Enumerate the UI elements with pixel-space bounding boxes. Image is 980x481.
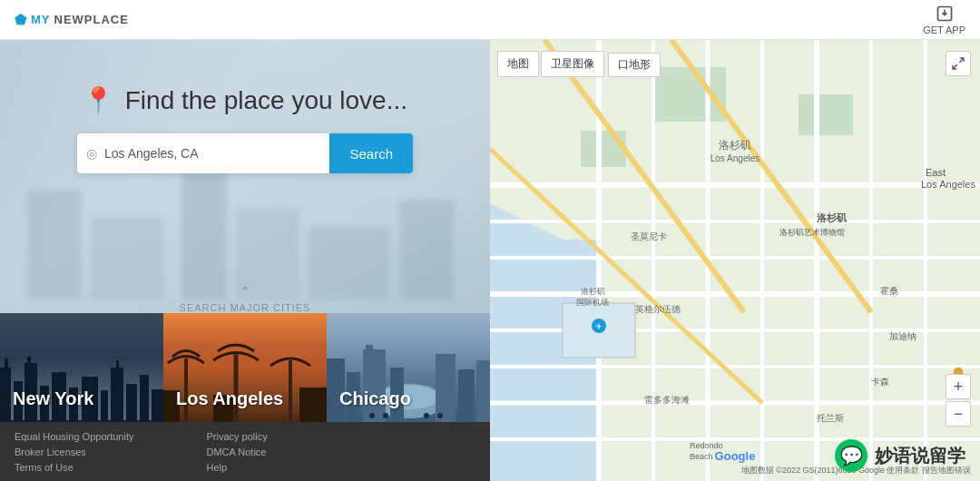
- search-major-label: SEARCH MAJOR CITIES: [180, 302, 311, 313]
- map-panel: 洛杉矶 Los Angeles 圣莫尼卡 洛杉矶 国际机场 英格尔伍德 洛杉矶 …: [490, 40, 980, 481]
- logo-pin-icon: ⬟: [15, 12, 27, 28]
- footer-link-terms[interactable]: Terms of Use: [15, 462, 133, 473]
- svg-rect-15: [140, 375, 149, 422]
- map-fullscreen-button[interactable]: [946, 51, 971, 76]
- search-bar: ◎ Search: [77, 133, 413, 173]
- svg-rect-11: [101, 390, 108, 422]
- svg-text:✈: ✈: [595, 322, 603, 331]
- svg-rect-31: [436, 354, 456, 422]
- svg-text:英格尔伍德: 英格尔伍德: [635, 304, 681, 314]
- svg-text:圣莫尼卡: 圣莫尼卡: [631, 231, 667, 241]
- svg-text:霍桑: 霍桑: [880, 286, 898, 296]
- wechat-channel-name: 妙语说留学: [875, 444, 965, 468]
- building-decoration: [181, 172, 227, 299]
- get-app-label: GET APP: [923, 25, 965, 35]
- map-controls-top: 地图 卫星图像 口地形: [497, 51, 661, 77]
- svg-rect-6: [27, 357, 31, 366]
- svg-rect-2: [0, 368, 11, 422]
- logo-text-newplace: NEWPLACE: [54, 13, 129, 26]
- map-zoom-controls: + −: [946, 374, 971, 427]
- city-card-losangeles[interactable]: Los Angeles: [163, 313, 327, 422]
- footer-link-dmca[interactable]: DMCA Notice: [206, 447, 267, 457]
- zoom-in-button[interactable]: +: [946, 374, 971, 399]
- city-losangeles-label: Los Angeles: [176, 388, 283, 409]
- city-card-newyork[interactable]: New York: [0, 313, 163, 422]
- footer-link-help[interactable]: Help: [206, 462, 267, 473]
- svg-text:加迪纳: 加迪纳: [889, 331, 916, 341]
- footer-link-privacy[interactable]: Privacy policy: [206, 431, 267, 442]
- search-major-cities-section: ⌃ SEARCH MAJOR CITIES: [0, 284, 490, 313]
- chevron-up-icon: ⌃: [240, 284, 250, 299]
- city-newyork-label: New York: [13, 388, 93, 409]
- svg-point-36: [424, 413, 429, 418]
- header: ⬟ MYNEWPLACE GET APP: [0, 0, 980, 40]
- search-input[interactable]: [104, 146, 320, 161]
- wechat-icon: 💬: [835, 439, 867, 472]
- svg-rect-42: [799, 94, 853, 135]
- svg-point-37: [437, 413, 443, 418]
- svg-rect-28: [363, 349, 386, 422]
- svg-text:Los Angeles: Los Angeles: [921, 179, 975, 190]
- footer: Equal Housing Opportunity Broker License…: [0, 422, 490, 481]
- building-decoration: [27, 191, 82, 299]
- map-svg: 洛杉矶 Los Angeles 圣莫尼卡 洛杉矶 国际机场 英格尔伍德 洛杉矶 …: [490, 40, 980, 481]
- search-button[interactable]: Search: [329, 133, 413, 173]
- search-location-icon: ◎: [86, 146, 97, 161]
- zoom-out-button[interactable]: −: [946, 401, 971, 427]
- location-pin-icon: 📍: [83, 86, 114, 114]
- city-card-chicago[interactable]: Chicago: [327, 313, 490, 422]
- svg-text:East: East: [926, 167, 946, 178]
- footer-col-1: Equal Housing Opportunity Broker License…: [15, 431, 133, 473]
- svg-text:Los Angeles: Los Angeles: [710, 153, 760, 163]
- svg-rect-13: [116, 360, 119, 369]
- chicago-skyline-svg: [327, 340, 490, 422]
- svg-line-82: [959, 58, 964, 63]
- get-app-button[interactable]: GET APP: [923, 5, 965, 35]
- svg-text:洛杉矶: 洛杉矶: [817, 212, 848, 223]
- svg-rect-12: [111, 368, 123, 422]
- hero-content: 📍 Find the place you love... ◎ Search: [0, 85, 490, 173]
- svg-point-35: [383, 413, 388, 418]
- svg-rect-41: [653, 67, 726, 122]
- svg-text:托兰斯: 托兰斯: [816, 413, 844, 423]
- hero-title: 📍 Find the place you love...: [83, 85, 407, 115]
- get-app-icon: [936, 5, 954, 23]
- logo-text-my: MY: [31, 13, 51, 26]
- footer-col-2: Privacy policy DMCA Notice Help: [206, 431, 267, 473]
- svg-text:国际机场: 国际机场: [576, 298, 609, 307]
- ny-skyline-svg: [0, 349, 163, 422]
- svg-rect-16: [152, 389, 163, 422]
- search-input-wrap: ◎: [77, 146, 329, 161]
- svg-rect-23: [299, 388, 327, 422]
- svg-text:Beach: Beach: [690, 452, 713, 461]
- svg-text:洛杉矶: 洛杉矶: [719, 139, 751, 152]
- footer-link-equal-housing[interactable]: Equal Housing Opportunity: [15, 431, 133, 442]
- svg-line-83: [953, 64, 957, 69]
- svg-rect-33: [476, 360, 490, 422]
- city-cards: New York Los Angeles: [0, 313, 490, 422]
- svg-text:卡森: 卡森: [871, 377, 889, 387]
- map-type-map-button[interactable]: 地图: [497, 51, 539, 77]
- svg-rect-3: [5, 358, 8, 368]
- svg-text:洛杉矶艺术博物馆: 洛杉矶艺术博物馆: [779, 228, 845, 237]
- map-type-terrain-button[interactable]: 口地形: [608, 53, 661, 77]
- svg-rect-14: [126, 384, 137, 422]
- google-logo: Google: [715, 449, 756, 463]
- wechat-watermark: 💬 妙语说留学: [835, 439, 965, 472]
- map-type-satellite-button[interactable]: 卫星图像: [541, 51, 604, 77]
- logo[interactable]: ⬟ MYNEWPLACE: [15, 12, 129, 28]
- svg-text:雷多多海滩: 雷多多海滩: [644, 395, 690, 405]
- city-chicago-label: Chicago: [339, 388, 411, 409]
- svg-rect-43: [581, 131, 626, 167]
- svg-point-34: [369, 413, 375, 418]
- svg-rect-32: [458, 369, 475, 422]
- svg-rect-29: [366, 345, 373, 352]
- fullscreen-icon: [951, 56, 965, 71]
- footer-link-broker-licenses[interactable]: Broker Licenses: [15, 447, 133, 457]
- svg-text:洛杉矶: 洛杉矶: [581, 287, 605, 296]
